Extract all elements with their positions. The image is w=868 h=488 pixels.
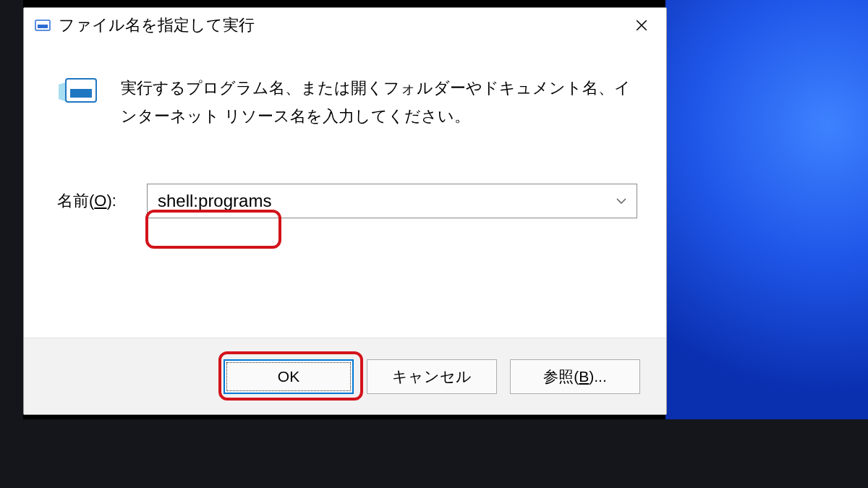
run-dialog-icon [34,17,51,34]
dialog-description: 実行するプログラム名、または開くフォルダーやドキュメント名、インターネット リソ… [121,74,637,130]
titlebar: ファイル名を指定して実行 [24,8,666,43]
close-icon [635,19,648,32]
run-dialog: ファイル名を指定して実行 実行するプログラム名、または開くフォルダーやドキュメン… [23,7,667,415]
wallpaper-side [0,0,23,419]
dialog-body: 実行するプログラム名、または開くフォルダーやドキュメント名、インターネット リソ… [24,43,666,218]
taskbar-area [0,419,868,488]
svg-rect-1 [38,25,48,28]
wallpaper [665,0,868,419]
name-input-row: 名前(O): shell:programs [57,184,637,218]
cancel-button[interactable]: キャンセル [367,359,497,394]
chevron-down-icon[interactable] [616,194,626,207]
browse-button[interactable]: 参照(B)... [510,359,640,394]
dialog-title: ファイル名を指定して実行 [59,14,621,36]
run-large-icon [57,74,101,109]
svg-rect-3 [70,89,92,98]
desktop-background: ファイル名を指定して実行 実行するプログラム名、または開くフォルダーやドキュメン… [0,0,868,488]
dialog-footer: OK キャンセル 参照(B)... [24,338,666,414]
open-combobox[interactable]: shell:programs [147,184,637,218]
close-button[interactable] [621,11,662,40]
ok-button[interactable]: OK [224,359,354,394]
open-input-value: shell:programs [158,191,271,211]
name-label: 名前(O): [57,190,147,212]
